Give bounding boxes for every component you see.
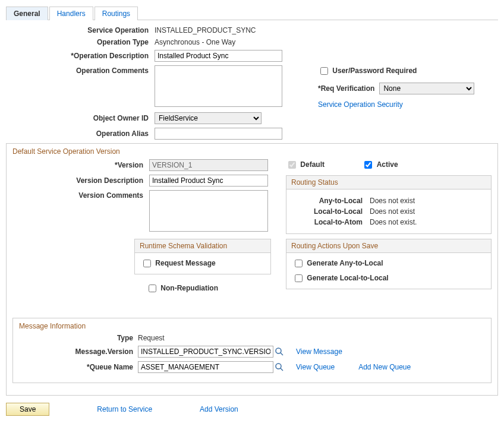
version-input bbox=[149, 159, 268, 171]
svg-point-2 bbox=[276, 364, 281, 369]
routing-status-box: Routing Status Any-to-Local Does not exi… bbox=[286, 175, 492, 234]
msg-type-value: Request bbox=[138, 334, 165, 342]
active-checkbox[interactable] bbox=[364, 161, 372, 169]
operation-description-input[interactable] bbox=[155, 50, 282, 62]
queue-name-label: *Queue Name bbox=[19, 363, 138, 371]
object-owner-id-label: Object Owner ID bbox=[6, 114, 155, 122]
svg-line-3 bbox=[281, 368, 283, 371]
service-operation-value: INSTALLED_PRODUCT_SYNC bbox=[155, 26, 256, 34]
generate-local-to-local-label: Generate Local-to-Local bbox=[307, 274, 388, 282]
local-to-atom-label: Local-to-Atom bbox=[292, 218, 370, 226]
tab-general[interactable]: General bbox=[6, 7, 48, 20]
version-description-label: Version Description bbox=[12, 176, 149, 185]
local-to-atom-value: Does not exist. bbox=[370, 218, 417, 226]
version-comments-label: Version Comments bbox=[12, 190, 149, 200]
msg-type-label: Type bbox=[19, 334, 138, 342]
request-message-label: Request Message bbox=[155, 259, 215, 267]
default-checkbox-label: Default bbox=[300, 160, 325, 169]
message-version-label: Message.Version bbox=[19, 347, 138, 356]
any-to-local-label: Any-to-Local bbox=[292, 197, 370, 205]
lookup-icon[interactable] bbox=[275, 347, 284, 356]
object-owner-id-select[interactable]: FieldService bbox=[155, 112, 262, 124]
local-to-local-label: Local-to-Local bbox=[292, 207, 370, 216]
add-version-link[interactable]: Add Version bbox=[200, 405, 238, 413]
runtime-schema-title: Runtime Schema Validation bbox=[135, 239, 270, 253]
message-information-title: Message Information bbox=[19, 322, 485, 330]
message-information-group: Message Information Type Request Message… bbox=[12, 318, 492, 383]
version-comments-textarea[interactable] bbox=[149, 190, 268, 232]
tab-handlers[interactable]: Handlers bbox=[49, 7, 93, 20]
non-repudiation-checkbox[interactable] bbox=[149, 285, 156, 292]
operation-description-label: *Operation Description bbox=[6, 52, 155, 60]
operation-type-value: Asynchronous - One Way bbox=[155, 38, 235, 46]
default-checkbox bbox=[288, 161, 296, 169]
operation-comments-label: Operation Comments bbox=[6, 65, 155, 75]
local-to-local-value: Does not exist bbox=[370, 207, 415, 216]
default-version-group: Default Service Operation Version *Versi… bbox=[6, 143, 498, 396]
tab-bar: General Handlers Routings bbox=[6, 6, 498, 20]
version-label: *Version bbox=[12, 161, 149, 169]
routing-status-title: Routing Status bbox=[286, 176, 491, 189]
operation-alias-label: Operation Alias bbox=[6, 129, 155, 138]
routing-actions-box: Routing Actions Upon Save Generate Any-t… bbox=[286, 239, 492, 289]
active-checkbox-label: Active bbox=[377, 160, 398, 169]
queue-name-input[interactable] bbox=[138, 361, 273, 373]
view-queue-link[interactable]: View Queue bbox=[296, 363, 335, 371]
tab-routings[interactable]: Routings bbox=[94, 7, 138, 20]
add-new-queue-link[interactable]: Add New Queue bbox=[358, 363, 411, 371]
runtime-schema-box: Runtime Schema Validation Request Messag… bbox=[134, 239, 271, 274]
routing-actions-title: Routing Actions Upon Save bbox=[286, 239, 491, 253]
any-to-local-value: Does not exist bbox=[370, 197, 415, 205]
svg-point-0 bbox=[276, 348, 281, 353]
operation-comments-textarea[interactable] bbox=[155, 65, 282, 107]
svg-line-1 bbox=[281, 353, 283, 355]
user-password-required-label: User/Password Required bbox=[332, 67, 417, 75]
view-message-link[interactable]: View Message bbox=[296, 347, 342, 356]
req-verification-select[interactable]: None bbox=[379, 83, 474, 94]
operation-alias-input[interactable] bbox=[155, 128, 282, 140]
generate-any-to-local-checkbox[interactable] bbox=[295, 260, 303, 267]
default-version-title: Default Service Operation Version bbox=[12, 147, 492, 156]
user-password-required-checkbox[interactable] bbox=[320, 67, 328, 75]
req-verification-label: *Req Verification bbox=[318, 84, 374, 93]
service-operation-security-link[interactable]: Service Operation Security bbox=[318, 100, 403, 109]
generate-local-to-local-checkbox[interactable] bbox=[295, 274, 303, 282]
lookup-icon[interactable] bbox=[275, 362, 284, 372]
non-repudiation-label: Non-Repudiation bbox=[160, 284, 218, 292]
service-operation-label: Service Operation bbox=[6, 26, 155, 34]
request-message-checkbox[interactable] bbox=[143, 260, 151, 267]
operation-type-label: Operation Type bbox=[6, 38, 155, 46]
message-version-input[interactable] bbox=[138, 346, 273, 358]
version-description-input[interactable] bbox=[149, 175, 268, 187]
generate-any-to-local-label: Generate Any-to-Local bbox=[307, 259, 383, 267]
return-to-service-link[interactable]: Return to Service bbox=[97, 405, 152, 413]
save-button[interactable]: Save bbox=[6, 403, 49, 416]
